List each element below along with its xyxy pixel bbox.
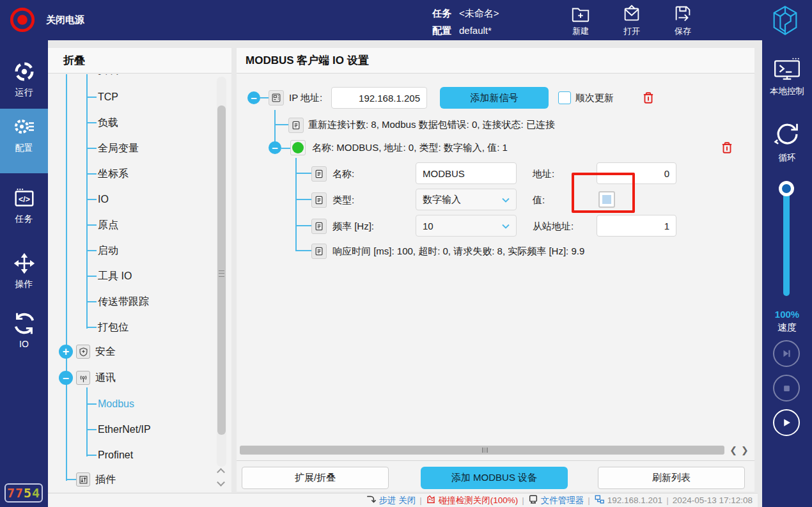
type-select[interactable]: 数字输入 <box>416 189 517 210</box>
tree-group-safety[interactable]: 安全 <box>76 343 116 360</box>
tree-item-打包位[interactable]: 打包位 <box>98 319 129 336</box>
status-separator: | <box>522 495 524 505</box>
task-icon: </> <box>0 186 48 210</box>
status-doc-icon <box>311 244 327 259</box>
play-button[interactable] <box>773 409 800 436</box>
add-signal-button[interactable]: 添加新信号 <box>440 87 549 109</box>
config-tree-panel: 折叠 安装TCP负载全局变量坐标系IO原点启动工具 IO传送带跟踪打包位+安全–… <box>48 48 231 492</box>
status-item-2[interactable]: 碰撞检测关闭(100%) <box>426 494 519 506</box>
tree-item-io[interactable]: IO <box>98 191 109 208</box>
name-doc-icon <box>311 166 327 182</box>
tree-item-label: EtherNet/IP <box>98 424 151 435</box>
slave-address-input[interactable] <box>597 215 676 237</box>
delete-device-icon[interactable] <box>641 91 655 105</box>
stop-button[interactable] <box>773 375 800 402</box>
antenna-icon <box>76 371 90 385</box>
add-modbus-device-button[interactable]: 添加 MODBUS 设备 <box>421 467 568 489</box>
tree-item-传送带跟踪[interactable]: 传送带跟踪 <box>98 293 149 310</box>
sidebar-item-operate[interactable]: 操作 <box>0 246 48 301</box>
tree-scrollbar-thumb[interactable] <box>217 105 226 435</box>
tree-item-负载[interactable]: 负载 <box>98 114 118 131</box>
tree-collapse-header[interactable]: 折叠 <box>48 48 231 74</box>
tree-item-label: 传送带跟踪 <box>98 295 149 309</box>
tree-item-工具-io[interactable]: 工具 IO <box>98 268 132 285</box>
horizontal-scrollbar[interactable] <box>240 446 724 455</box>
tree-item-原点[interactable]: 原点 <box>98 217 118 233</box>
address-input[interactable] <box>597 162 676 184</box>
brand-logo-icon <box>769 4 802 40</box>
tree-item-安装[interactable]: 安装 <box>98 74 118 79</box>
collapse-signal-icon[interactable]: – <box>269 141 281 154</box>
tree-item-坐标系[interactable]: 坐标系 <box>98 166 129 182</box>
name-label: 名称: <box>332 168 354 180</box>
tree-scroll-down-icon[interactable] <box>217 478 225 487</box>
tree-group-communication[interactable]: 通讯 <box>76 370 116 386</box>
topbar: 关闭电源 任务 <未命名> 配置 default* 新建 打开 保存 <box>0 0 812 40</box>
speed-slider-knob[interactable] <box>779 181 794 196</box>
tree-item-启动[interactable]: 启动 <box>98 242 118 259</box>
local-control-button[interactable]: 本地控制 <box>762 56 812 97</box>
loop-button[interactable]: 循环 <box>762 120 812 164</box>
tree-scroll-up-icon[interactable] <box>217 468 225 476</box>
tree-scrollbar[interactable] <box>217 77 226 467</box>
tree-item-profinet[interactable]: Profinet <box>98 447 133 464</box>
status-item-label: 步进 关闭 <box>379 495 416 506</box>
status-separator: | <box>588 495 590 505</box>
new-task-button[interactable]: 新建 <box>559 4 602 37</box>
step-icon <box>366 494 376 506</box>
sidebar-item-label: 操作 <box>0 279 48 290</box>
status-separator: | <box>419 495 422 505</box>
scroll-left-icon[interactable]: ❮ <box>730 445 737 455</box>
sidebar-item-label: 运行 <box>0 87 48 98</box>
sidebar-item-io[interactable]: IO <box>0 306 48 356</box>
delete-signal-icon[interactable] <box>720 141 734 155</box>
power-button[interactable]: 关闭电源 <box>8 5 84 35</box>
speed-slider-track[interactable] <box>783 186 790 296</box>
sidebar-item-run[interactable]: 运行 <box>0 54 48 104</box>
signal-summary-text: 名称: MODBUS, 地址: 0, 类型: 数字输入, 值: 1 <box>312 142 508 154</box>
svg-text:</>: </> <box>19 195 30 204</box>
status-item-label: 碰撞检测关闭(100%) <box>439 495 519 506</box>
expand-icon[interactable]: + <box>59 345 73 359</box>
terminal-icon <box>772 56 802 83</box>
expand-collapse-button[interactable]: 扩展/折叠 <box>242 467 389 489</box>
frequency-select[interactable]: 10 <box>416 215 517 237</box>
refresh-list-button[interactable]: 刷新列表 <box>598 467 745 489</box>
tree-item-ethernet-ip[interactable]: EtherNet/IP <box>98 421 151 438</box>
network-icon <box>594 494 605 506</box>
tree-item-modbus[interactable]: Modbus <box>98 396 134 412</box>
value-label: 值: <box>533 194 545 207</box>
scroll-right-icon[interactable]: ❯ <box>741 445 749 455</box>
tree-item-全局变量[interactable]: 全局变量 <box>98 140 139 157</box>
freq-doc-icon <box>311 219 327 234</box>
config-value: default* <box>459 22 492 39</box>
tree-item-label: TCP <box>98 91 118 103</box>
tree-item-label: 工具 IO <box>98 270 132 283</box>
stop-icon <box>782 384 792 393</box>
tree-item-tcp[interactable]: TCP <box>98 89 118 105</box>
sidebar-item-task[interactable]: </>任务 <box>0 181 48 240</box>
chevron-down-icon <box>502 198 510 203</box>
tree-item-label: 打包位 <box>98 321 129 334</box>
signal-status-icon <box>290 140 306 155</box>
open-task-button[interactable]: 打开 <box>611 4 653 37</box>
status-item-1[interactable]: 步进 关闭 <box>366 494 416 506</box>
status-item-3[interactable]: 文件管理器 <box>528 494 584 506</box>
sidebar-item-config[interactable]: 配置 <box>0 109 48 173</box>
value-checkbox[interactable] <box>598 191 615 208</box>
ip-address-label: IP 地址: <box>289 92 322 104</box>
type-label: 类型: <box>332 194 354 207</box>
shield-icon <box>76 345 90 359</box>
task-value: <未命名> <box>459 4 499 22</box>
collapse-icon[interactable]: – <box>59 371 73 385</box>
ip-address-input[interactable] <box>331 87 427 109</box>
error-code-badge[interactable]: 7754 <box>4 483 43 503</box>
name-input[interactable] <box>416 162 517 184</box>
step-next-button[interactable] <box>773 340 800 367</box>
tree-group-plugin[interactable]: 插件 <box>76 471 116 488</box>
collapse-device-icon[interactable]: – <box>247 91 260 104</box>
connection-stats-text: 重新连接计数: 8, Modbus 数据包错误: 0, 连接状态: 已连接 <box>308 119 555 131</box>
status-separator: | <box>666 495 669 505</box>
save-task-button[interactable]: 保存 <box>662 4 704 37</box>
sequential-update-checkbox[interactable] <box>558 91 571 104</box>
